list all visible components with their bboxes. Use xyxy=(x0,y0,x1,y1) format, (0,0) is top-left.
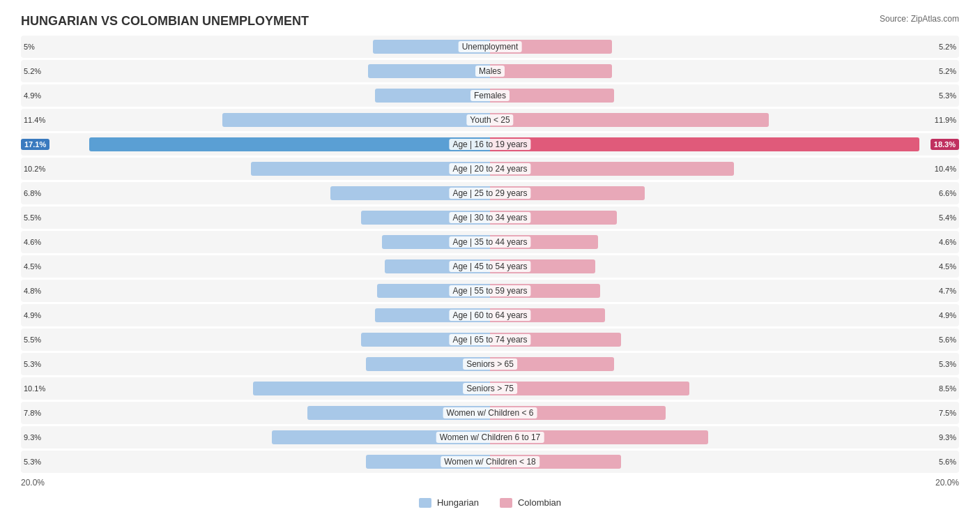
table-row: 4.8% Age | 55 to 59 years 4.7% xyxy=(21,280,959,302)
val-left-4: 17.1% xyxy=(21,139,49,150)
val-left-9: 4.5% xyxy=(24,262,41,271)
bar-blue-10 xyxy=(377,284,490,298)
val-left-7: 5.5% xyxy=(24,213,41,222)
bar-blue-0 xyxy=(373,40,490,54)
val-left-3: 11.4% xyxy=(24,116,45,124)
bar-blue-11 xyxy=(375,308,490,322)
val-right-0: 5.2% xyxy=(939,43,956,51)
val-right-12: 5.6% xyxy=(939,335,956,344)
val-left-6: 6.8% xyxy=(24,189,41,197)
table-row: 4.5% Age | 45 to 54 years 4.5% xyxy=(21,255,959,278)
val-right-13: 5.3% xyxy=(939,360,956,368)
bar-pink-10 xyxy=(490,284,600,298)
bar-blue-15 xyxy=(307,406,490,420)
legend-colombian-label: Colombian xyxy=(518,497,561,508)
source-label: Source: ZipAtlas.com xyxy=(880,14,959,24)
bar-blue-3 xyxy=(222,113,490,127)
bar-pink-5 xyxy=(490,162,734,176)
val-left-16: 9.3% xyxy=(24,433,41,442)
bar-pink-11 xyxy=(490,308,605,322)
axis-right: 20.0% xyxy=(935,478,959,488)
bar-blue-17 xyxy=(366,455,490,469)
table-row: 10.1% Seniors > 75 8.5% xyxy=(21,377,959,400)
bar-blue-5 xyxy=(251,162,490,176)
bar-pink-3 xyxy=(490,113,769,127)
bar-pink-15 xyxy=(490,406,666,420)
bar-pink-8 xyxy=(490,235,598,249)
table-row: 5% Unemployment 5.2% xyxy=(21,36,959,58)
val-left-1: 5.2% xyxy=(24,67,41,75)
val-right-7: 5.4% xyxy=(939,213,956,222)
val-right-1: 5.2% xyxy=(939,67,956,75)
bar-pink-12 xyxy=(490,333,621,347)
bar-pink-7 xyxy=(490,211,617,225)
table-row: 6.8% Age | 25 to 29 years 6.6% xyxy=(21,182,959,204)
bar-blue-1 xyxy=(368,64,490,78)
bar-blue-13 xyxy=(366,357,490,371)
page-container: HUNGARIAN VS COLOMBIAN UNEMPLOYMENT Sour… xyxy=(21,14,959,508)
bar-pink-16 xyxy=(490,430,708,444)
legend-hungarian-label: Hungarian xyxy=(437,497,479,508)
bar-pink-4 xyxy=(490,137,919,151)
legend-colombian-box xyxy=(500,498,512,508)
bar-blue-2 xyxy=(375,89,490,103)
bar-pink-2 xyxy=(490,89,614,103)
table-row: 11.4% Youth < 25 11.9% xyxy=(21,109,959,131)
legend-hungarian: Hungarian xyxy=(419,497,479,508)
bar-blue-14 xyxy=(253,382,490,395)
bar-blue-6 xyxy=(330,186,490,200)
val-left-11: 4.9% xyxy=(24,311,41,319)
chart-area: 5% Unemployment 5.2% 5.2% Males 5.2% 4 xyxy=(21,36,959,473)
val-right-9: 4.5% xyxy=(939,262,956,271)
table-row: 5.3% Seniors > 65 5.3% xyxy=(21,353,959,375)
bar-pink-13 xyxy=(490,357,614,371)
bar-pink-17 xyxy=(490,455,621,469)
table-row: 7.8% Women w/ Children < 6 7.5% xyxy=(21,402,959,424)
legend-colombian: Colombian xyxy=(500,497,561,508)
bar-blue-16 xyxy=(272,430,490,444)
table-row: 4.9% Females 5.3% xyxy=(21,84,959,107)
val-left-15: 7.8% xyxy=(24,409,41,417)
table-row: 17.1% Age | 16 to 19 years 18.3% xyxy=(21,133,959,156)
legend: Hungarian Colombian xyxy=(21,497,959,508)
bar-blue-8 xyxy=(382,235,490,249)
bar-pink-0 xyxy=(490,40,612,54)
bar-pink-6 xyxy=(490,186,645,200)
bar-pink-14 xyxy=(490,382,689,395)
val-right-2: 5.3% xyxy=(939,91,956,100)
legend-hungarian-box xyxy=(419,498,431,508)
val-right-4: 18.3% xyxy=(931,139,959,150)
bar-pink-1 xyxy=(490,64,612,78)
table-row: 5.3% Women w/ Children < 18 5.6% xyxy=(21,451,959,473)
val-left-14: 10.1% xyxy=(24,384,45,393)
chart-title: HUNGARIAN VS COLOMBIAN UNEMPLOYMENT xyxy=(21,14,309,29)
bar-blue-4 xyxy=(89,137,490,151)
val-left-10: 4.8% xyxy=(24,287,41,295)
val-left-17: 5.3% xyxy=(24,458,41,466)
table-row: 9.3% Women w/ Children 6 to 17 9.3% xyxy=(21,426,959,448)
val-left-5: 10.2% xyxy=(24,165,45,173)
table-row: 5.2% Males 5.2% xyxy=(21,60,959,82)
val-left-8: 4.6% xyxy=(24,238,41,246)
val-right-5: 10.4% xyxy=(935,165,956,173)
val-left-13: 5.3% xyxy=(24,360,41,368)
val-right-15: 7.5% xyxy=(939,409,956,417)
val-right-3: 11.9% xyxy=(935,116,956,124)
val-right-8: 4.6% xyxy=(939,238,956,246)
val-right-6: 6.6% xyxy=(939,189,956,197)
table-row: 4.6% Age | 35 to 44 years 4.6% xyxy=(21,231,959,253)
val-right-14: 8.5% xyxy=(939,384,956,393)
table-row: 5.5% Age | 30 to 34 years 5.4% xyxy=(21,206,959,229)
val-left-2: 4.9% xyxy=(24,91,41,100)
axis-labels: 20.0% 20.0% xyxy=(21,475,959,490)
table-row: 4.9% Age | 60 to 64 years 4.9% xyxy=(21,304,959,326)
val-left-12: 5.5% xyxy=(24,335,41,344)
table-row: 10.2% Age | 20 to 24 years 10.4% xyxy=(21,158,959,180)
val-right-10: 4.7% xyxy=(939,287,956,295)
val-right-17: 5.6% xyxy=(939,458,956,466)
val-right-11: 4.9% xyxy=(939,311,956,319)
axis-left: 20.0% xyxy=(21,478,45,488)
val-right-16: 9.3% xyxy=(939,433,956,442)
bar-blue-12 xyxy=(361,333,490,347)
val-left-0: 5% xyxy=(24,43,35,51)
